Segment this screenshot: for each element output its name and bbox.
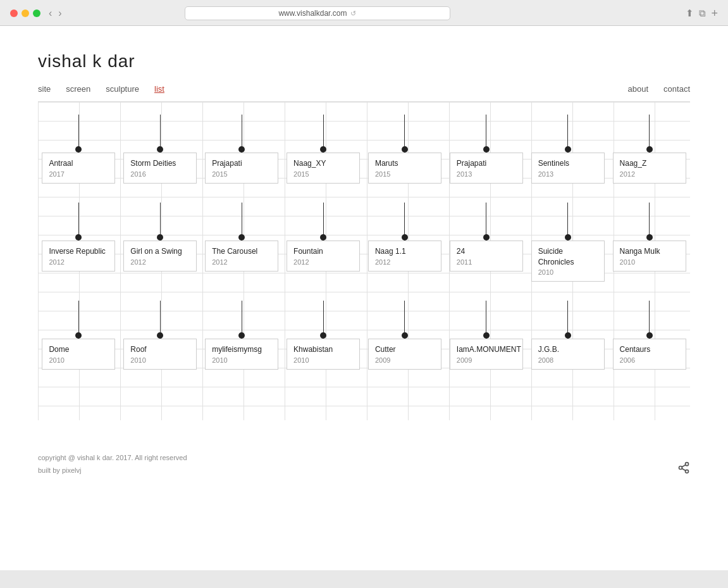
share-button[interactable]: ⬆ [686, 7, 694, 20]
cell-line [404, 301, 405, 339]
cell-line [404, 115, 405, 153]
item-card[interactable]: Maruts 2015 [368, 153, 441, 184]
site-header: vishal k dar site screen sculpture list … [0, 26, 728, 102]
cell-dot [402, 146, 408, 153]
built-by-text: built by pixelvj [38, 465, 187, 477]
item-card[interactable]: Antraal 2017 [42, 153, 115, 184]
nav-sculpture[interactable]: sculpture [106, 84, 139, 94]
cell-dot [320, 332, 326, 339]
item-card[interactable]: Storm Deities 2016 [123, 153, 197, 184]
item-card[interactable]: Suicide Chronicles 2010 [531, 241, 605, 282]
item-card[interactable]: The Carousel 2012 [205, 241, 278, 272]
item-card[interactable]: Centaurs 2006 [613, 339, 686, 370]
footer-text: copyright @ vishal k dar. 2017. All righ… [38, 452, 187, 477]
reload-icon[interactable]: ↺ [350, 9, 356, 18]
item-name: Khwabistan [293, 344, 353, 355]
timeline-cell: Prajapati 2013 [445, 115, 527, 184]
item-name: mylifeismymsg [212, 344, 271, 355]
item-year: 2016 [130, 170, 190, 178]
cell-dot [402, 332, 408, 339]
timeline-cell: The Carousel 2012 [201, 203, 283, 282]
cell-dot [238, 234, 245, 241]
item-card[interactable]: Dome 2010 [42, 339, 115, 370]
close-button[interactable] [10, 9, 18, 17]
nav-about[interactable]: about [628, 84, 649, 94]
timeline-cell: Nanga Mulk 2010 [608, 203, 690, 282]
cell-dot [157, 234, 163, 241]
main-nav: site screen sculpture list about contact [38, 84, 690, 102]
nav-list[interactable]: list [154, 84, 164, 94]
timeline-row-1: Antraal 2017 Storm Deities 2016 Prajapat… [38, 115, 690, 184]
timeline-cell: Suicide Chronicles 2010 [527, 203, 608, 282]
timeline-cell: Inverse Republic 2012 [38, 203, 120, 282]
item-year: 2010 [293, 356, 353, 364]
item-card-roof[interactable]: Roof 2010 [123, 339, 197, 370]
share-icon[interactable] [677, 461, 690, 477]
item-name: Fountain [293, 246, 353, 257]
cell-line [323, 301, 324, 339]
nav-contact[interactable]: contact [663, 84, 690, 94]
item-name: The Carousel [212, 246, 271, 257]
item-card[interactable]: Girl on a Swing 2012 [123, 241, 197, 272]
item-card[interactable]: IamA.MONUMENT 2009 [450, 339, 523, 370]
forward-button[interactable]: › [56, 8, 63, 19]
item-year: 2012 [130, 258, 190, 266]
item-card[interactable]: Fountain 2012 [287, 241, 360, 272]
cell-dot [483, 146, 490, 153]
fullscreen-button[interactable] [33, 9, 40, 17]
minimize-button[interactable] [22, 9, 29, 17]
page: vishal k dar site screen sculpture list … [0, 26, 728, 570]
nav-right: about contact [628, 84, 690, 94]
item-name: Roof [130, 344, 190, 355]
cell-line [649, 203, 650, 241]
item-card[interactable]: Khwabistan 2010 [287, 339, 360, 370]
item-year: 2012 [212, 258, 271, 266]
cell-dot [320, 234, 326, 241]
new-tab-button[interactable]: + [711, 7, 718, 20]
item-year: 2008 [538, 356, 598, 364]
cell-line [323, 115, 324, 153]
item-card[interactable]: Naag_Z 2012 [613, 153, 686, 184]
item-year: 2015 [375, 170, 435, 178]
spacer-row [38, 282, 690, 301]
item-card[interactable]: 24 2011 [450, 241, 523, 272]
cell-line [160, 115, 161, 153]
nav-screen[interactable]: screen [66, 84, 90, 94]
cell-line [567, 115, 568, 153]
item-card[interactable]: Cutter 2009 [368, 339, 441, 370]
cell-dot [238, 332, 245, 339]
cell-line [242, 203, 242, 241]
item-year: 2011 [457, 258, 516, 266]
item-card[interactable]: Inverse Republic 2012 [42, 241, 115, 272]
traffic-lights [10, 9, 40, 17]
timeline-cell: Naag 1.1 2012 [364, 203, 446, 282]
address-bar[interactable]: www.vishalkdar.com ↺ [185, 6, 450, 20]
item-card[interactable]: Nanga Mulk 2010 [613, 241, 686, 272]
item-card[interactable]: Prajapati 2013 [450, 153, 523, 184]
cell-dot [75, 234, 82, 241]
item-card[interactable]: mylifeismymsg 2010 [205, 339, 278, 370]
item-name: IamA.MONUMENT [457, 344, 516, 355]
timeline-cell: Prajapati 2015 [201, 115, 283, 184]
item-card[interactable]: J.G.B. 2008 [531, 339, 605, 370]
grid-container: Antraal 2017 Storm Deities 2016 Prajapat… [38, 102, 690, 420]
item-name: Sentinels [538, 158, 598, 169]
item-year: 2006 [620, 356, 679, 364]
item-card[interactable]: Naag_XY 2015 [287, 153, 360, 184]
cell-dot [483, 234, 490, 241]
item-year: 2012 [375, 258, 435, 266]
cell-dot [565, 146, 571, 153]
timeline-cell: Antraal 2017 [38, 115, 120, 184]
back-button[interactable]: ‹ [47, 8, 54, 19]
url-text: www.vishalkdar.com [278, 9, 347, 18]
cell-dot [565, 332, 571, 339]
item-card[interactable]: Prajapati 2015 [205, 153, 278, 184]
item-card[interactable]: Naag 1.1 2012 [368, 241, 441, 272]
timeline-cell: Maruts 2015 [364, 115, 446, 184]
item-name: Inverse Republic [49, 246, 108, 257]
cell-line [567, 301, 568, 339]
nav-site[interactable]: site [38, 84, 51, 94]
item-card[interactable]: Sentinels 2013 [531, 153, 605, 184]
timeline-cell: Khwabistan 2010 [283, 301, 364, 370]
new-window-button[interactable]: ⧉ [699, 7, 706, 20]
